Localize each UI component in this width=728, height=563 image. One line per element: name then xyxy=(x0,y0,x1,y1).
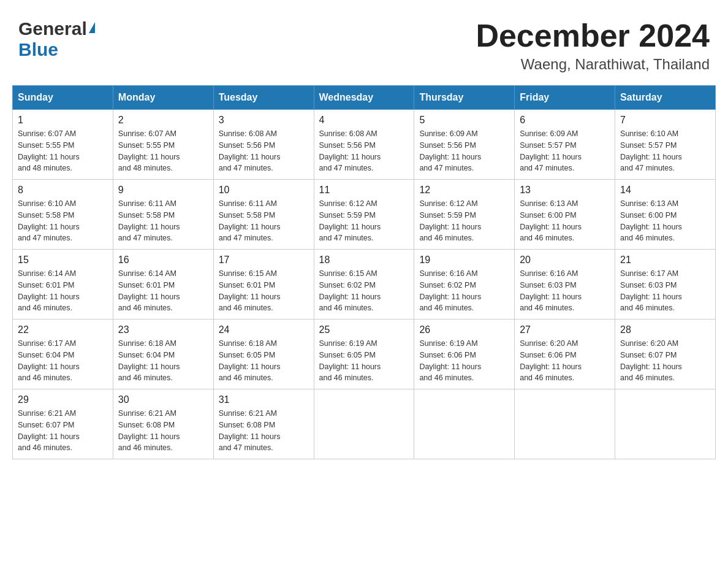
day-number: 17 xyxy=(219,255,309,266)
day-info: Sunrise: 6:12 AMSunset: 5:59 PMDaylight:… xyxy=(419,199,481,242)
day-info: Sunrise: 6:17 AMSunset: 6:04 PMDaylight:… xyxy=(18,339,80,382)
day-number: 14 xyxy=(620,185,710,196)
table-row: 24 Sunrise: 6:18 AMSunset: 6:05 PMDaylig… xyxy=(213,320,314,389)
table-row: 26 Sunrise: 6:19 AMSunset: 6:06 PMDaylig… xyxy=(414,320,515,389)
day-number: 21 xyxy=(620,255,710,266)
table-row: 10 Sunrise: 6:11 AMSunset: 5:58 PMDaylig… xyxy=(213,180,314,250)
day-number: 26 xyxy=(419,324,509,335)
calendar-table: Sunday Monday Tuesday Wednesday Thursday… xyxy=(12,85,716,459)
table-row: 15 Sunrise: 6:14 AMSunset: 6:01 PMDaylig… xyxy=(13,250,113,320)
day-info: Sunrise: 6:19 AMSunset: 6:05 PMDaylight:… xyxy=(319,339,381,382)
table-row: 28 Sunrise: 6:20 AMSunset: 6:07 PMDaylig… xyxy=(615,320,716,389)
table-row: 25 Sunrise: 6:19 AMSunset: 6:05 PMDaylig… xyxy=(314,320,414,389)
table-row: 19 Sunrise: 6:16 AMSunset: 6:02 PMDaylig… xyxy=(414,250,515,320)
day-number: 25 xyxy=(319,324,409,335)
day-info: Sunrise: 6:12 AMSunset: 5:59 PMDaylight:… xyxy=(319,199,381,242)
day-number: 6 xyxy=(520,115,610,126)
day-info: Sunrise: 6:14 AMSunset: 6:01 PMDaylight:… xyxy=(118,269,180,312)
day-info: Sunrise: 6:15 AMSunset: 6:02 PMDaylight:… xyxy=(319,269,381,312)
col-thursday: Thursday xyxy=(414,86,515,110)
day-info: Sunrise: 6:17 AMSunset: 6:03 PMDaylight:… xyxy=(620,269,682,312)
day-info: Sunrise: 6:09 AMSunset: 5:56 PMDaylight:… xyxy=(419,129,481,172)
day-number: 16 xyxy=(118,255,208,266)
day-info: Sunrise: 6:08 AMSunset: 5:56 PMDaylight:… xyxy=(219,129,281,172)
col-saturday: Saturday xyxy=(615,86,716,110)
calendar-week-row: 1 Sunrise: 6:07 AMSunset: 5:55 PMDayligh… xyxy=(13,110,716,180)
month-title: December 2024 xyxy=(476,18,710,53)
day-info: Sunrise: 6:21 AMSunset: 6:08 PMDaylight:… xyxy=(219,409,281,452)
day-info: Sunrise: 6:11 AMSunset: 5:58 PMDaylight:… xyxy=(219,199,281,242)
day-info: Sunrise: 6:10 AMSunset: 5:57 PMDaylight:… xyxy=(620,129,682,172)
location-title: Waeng, Narathiwat, Thailand xyxy=(476,56,710,73)
logo: General Blue xyxy=(18,18,95,60)
day-number: 8 xyxy=(18,185,108,196)
day-number: 4 xyxy=(319,115,409,126)
logo-blue-text: Blue xyxy=(18,39,58,60)
table-row: 20 Sunrise: 6:16 AMSunset: 6:03 PMDaylig… xyxy=(515,250,615,320)
day-number: 12 xyxy=(419,185,509,196)
day-info: Sunrise: 6:21 AMSunset: 6:08 PMDaylight:… xyxy=(118,409,180,452)
day-info: Sunrise: 6:07 AMSunset: 5:55 PMDaylight:… xyxy=(18,129,80,172)
table-row: 5 Sunrise: 6:09 AMSunset: 5:56 PMDayligh… xyxy=(414,110,515,180)
day-info: Sunrise: 6:19 AMSunset: 6:06 PMDaylight:… xyxy=(419,339,481,382)
day-number: 24 xyxy=(219,324,309,335)
table-row: 18 Sunrise: 6:15 AMSunset: 6:02 PMDaylig… xyxy=(314,250,414,320)
table-row: 22 Sunrise: 6:17 AMSunset: 6:04 PMDaylig… xyxy=(13,320,113,389)
day-info: Sunrise: 6:07 AMSunset: 5:55 PMDaylight:… xyxy=(118,129,180,172)
col-wednesday: Wednesday xyxy=(314,86,414,110)
day-number: 9 xyxy=(118,185,208,196)
day-info: Sunrise: 6:16 AMSunset: 6:03 PMDaylight:… xyxy=(520,269,582,312)
day-number: 18 xyxy=(319,255,409,266)
day-info: Sunrise: 6:14 AMSunset: 6:01 PMDaylight:… xyxy=(18,269,80,312)
table-row: 23 Sunrise: 6:18 AMSunset: 6:04 PMDaylig… xyxy=(113,320,213,389)
day-info: Sunrise: 6:08 AMSunset: 5:56 PMDaylight:… xyxy=(319,129,381,172)
table-row: 21 Sunrise: 6:17 AMSunset: 6:03 PMDaylig… xyxy=(615,250,716,320)
table-row: 16 Sunrise: 6:14 AMSunset: 6:01 PMDaylig… xyxy=(113,250,213,320)
table-row: 12 Sunrise: 6:12 AMSunset: 5:59 PMDaylig… xyxy=(414,180,515,250)
col-monday: Monday xyxy=(113,86,213,110)
day-number: 15 xyxy=(18,255,108,266)
day-info: Sunrise: 6:09 AMSunset: 5:57 PMDaylight:… xyxy=(520,129,582,172)
day-number: 30 xyxy=(118,394,208,405)
day-info: Sunrise: 6:10 AMSunset: 5:58 PMDaylight:… xyxy=(18,199,80,242)
table-row: 6 Sunrise: 6:09 AMSunset: 5:57 PMDayligh… xyxy=(515,110,615,180)
day-info: Sunrise: 6:16 AMSunset: 6:02 PMDaylight:… xyxy=(419,269,481,312)
logo-triangle-icon xyxy=(89,22,95,33)
table-row: 9 Sunrise: 6:11 AMSunset: 5:58 PMDayligh… xyxy=(113,180,213,250)
table-row: 17 Sunrise: 6:15 AMSunset: 6:01 PMDaylig… xyxy=(213,250,314,320)
day-number: 27 xyxy=(520,324,610,335)
logo-general-text: General xyxy=(18,18,87,39)
table-row: 8 Sunrise: 6:10 AMSunset: 5:58 PMDayligh… xyxy=(13,180,113,250)
page-header: General Blue December 2024 Waeng, Narath… xyxy=(12,12,716,73)
day-number: 5 xyxy=(419,115,509,126)
day-info: Sunrise: 6:15 AMSunset: 6:01 PMDaylight:… xyxy=(219,269,281,312)
day-number: 7 xyxy=(620,115,710,126)
day-info: Sunrise: 6:13 AMSunset: 6:00 PMDaylight:… xyxy=(520,199,582,242)
table-row xyxy=(414,389,515,459)
day-info: Sunrise: 6:20 AMSunset: 6:06 PMDaylight:… xyxy=(520,339,582,382)
col-friday: Friday xyxy=(515,86,615,110)
table-row xyxy=(615,389,716,459)
day-number: 11 xyxy=(319,185,409,196)
table-row xyxy=(515,389,615,459)
col-sunday: Sunday xyxy=(13,86,113,110)
day-number: 2 xyxy=(118,115,208,126)
day-info: Sunrise: 6:20 AMSunset: 6:07 PMDaylight:… xyxy=(620,339,682,382)
day-number: 10 xyxy=(219,185,309,196)
table-row: 3 Sunrise: 6:08 AMSunset: 5:56 PMDayligh… xyxy=(213,110,314,180)
day-info: Sunrise: 6:18 AMSunset: 6:04 PMDaylight:… xyxy=(118,339,180,382)
table-row: 14 Sunrise: 6:13 AMSunset: 6:00 PMDaylig… xyxy=(615,180,716,250)
table-row: 2 Sunrise: 6:07 AMSunset: 5:55 PMDayligh… xyxy=(113,110,213,180)
calendar-week-row: 29 Sunrise: 6:21 AMSunset: 6:07 PMDaylig… xyxy=(13,389,716,459)
calendar-week-row: 15 Sunrise: 6:14 AMSunset: 6:01 PMDaylig… xyxy=(13,250,716,320)
day-number: 13 xyxy=(520,185,610,196)
table-row xyxy=(314,389,414,459)
day-number: 29 xyxy=(18,394,108,405)
day-number: 31 xyxy=(219,394,309,405)
table-row: 29 Sunrise: 6:21 AMSunset: 6:07 PMDaylig… xyxy=(13,389,113,459)
day-number: 1 xyxy=(18,115,108,126)
title-section: December 2024 Waeng, Narathiwat, Thailan… xyxy=(476,18,710,73)
table-row: 4 Sunrise: 6:08 AMSunset: 5:56 PMDayligh… xyxy=(314,110,414,180)
day-info: Sunrise: 6:13 AMSunset: 6:00 PMDaylight:… xyxy=(620,199,682,242)
table-row: 30 Sunrise: 6:21 AMSunset: 6:08 PMDaylig… xyxy=(113,389,213,459)
